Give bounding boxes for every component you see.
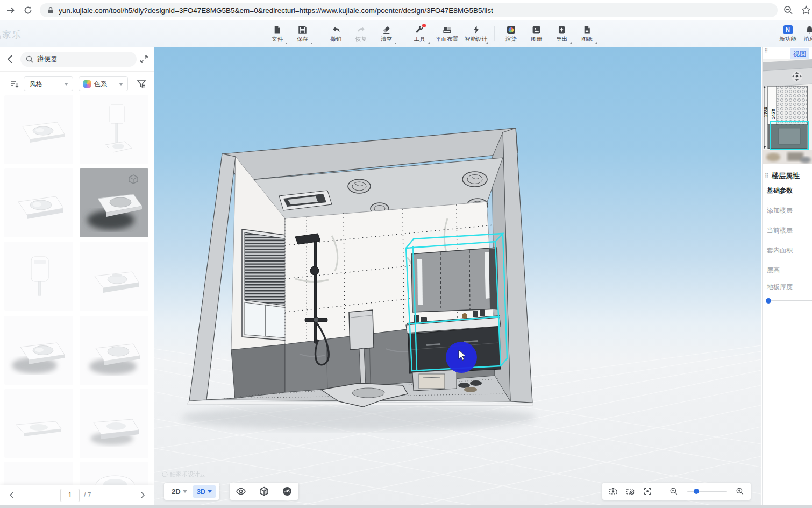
minimap-dimension: 1470 bbox=[771, 109, 776, 119]
smart-design-button[interactable]: 智能设计 bbox=[461, 22, 490, 46]
viewport-3d[interactable]: 酷家乐设计云 2D 3D bbox=[154, 47, 761, 508]
redo-button[interactable]: 恢复 bbox=[348, 22, 374, 46]
floorplan-button[interactable]: 平面布置 bbox=[432, 22, 461, 46]
snapshot-icon[interactable] bbox=[609, 486, 617, 497]
product-thumbnail[interactable] bbox=[80, 389, 148, 458]
orbit-control-icon[interactable] bbox=[792, 71, 802, 82]
browser-bar: yun.kujiale.com/tool/h5/diy?designid=3FO… bbox=[0, 0, 812, 20]
product-thumbnail[interactable] bbox=[4, 95, 73, 164]
padlock-icon bbox=[47, 6, 54, 14]
chevron-down-icon bbox=[119, 83, 123, 86]
drag-handle-icon: ⠿ bbox=[765, 175, 770, 177]
product-thumbnail[interactable] bbox=[80, 242, 148, 311]
product-thumbnail[interactable] bbox=[4, 316, 73, 385]
watermark: 酷家乐设计云 bbox=[162, 470, 205, 478]
chevron-down-icon bbox=[208, 490, 212, 493]
url-bar[interactable]: yun.kujiale.com/tool/h5/diy?designid=3FO… bbox=[40, 3, 778, 17]
search-icon bbox=[26, 55, 33, 63]
eraser-icon bbox=[382, 25, 391, 34]
view-mode-switch: 2D 3D bbox=[164, 483, 219, 500]
reload-icon[interactable] bbox=[23, 5, 33, 16]
undo-button[interactable]: 撤销 bbox=[323, 22, 348, 46]
color-swatch-icon bbox=[83, 80, 91, 88]
view-tab[interactable]: 视图 bbox=[790, 48, 809, 60]
cube-view-icon[interactable] bbox=[259, 486, 269, 497]
clear-button[interactable]: 清空 bbox=[374, 22, 399, 46]
pagination-bar: / 7 bbox=[0, 485, 154, 505]
minimap[interactable]: 1780 1470 bbox=[763, 59, 812, 164]
prop-interior-area[interactable]: 套内面积 bbox=[763, 241, 812, 260]
sort-icon[interactable] bbox=[10, 79, 19, 89]
style-filter-dropdown[interactable]: 风格 bbox=[24, 76, 73, 91]
lightning-icon bbox=[472, 25, 481, 34]
undo-icon bbox=[331, 25, 341, 34]
prop-floor-height[interactable]: 层高 bbox=[763, 260, 812, 280]
prop-current-floor[interactable]: 当前楼层 bbox=[763, 221, 812, 241]
zoom-indicator-icon[interactable] bbox=[783, 5, 794, 16]
prev-page-icon[interactable] bbox=[8, 491, 16, 499]
url-text: yun.kujiale.com/tool/h5/diy?designid=3FO… bbox=[59, 6, 493, 15]
search-input[interactable] bbox=[37, 55, 118, 63]
product-thumbnail[interactable] bbox=[4, 242, 73, 311]
toolbar-center: 文件 保存 撤销 恢复 清空 工具 平面布置 bbox=[265, 20, 600, 47]
tools-button[interactable]: 工具 bbox=[407, 22, 432, 46]
notification-dot bbox=[422, 24, 426, 27]
file-icon bbox=[273, 25, 282, 34]
zoom-slider[interactable] bbox=[687, 491, 727, 492]
zoom-in-icon[interactable] bbox=[736, 486, 744, 497]
forward-icon[interactable] bbox=[5, 5, 16, 16]
slider-handle[interactable] bbox=[766, 298, 771, 304]
render-button[interactable]: 渲染 bbox=[498, 22, 524, 46]
messages-button[interactable]: 消息 bbox=[799, 25, 812, 43]
new-features-button[interactable]: N 新功能 bbox=[777, 25, 799, 43]
page-number-input[interactable] bbox=[60, 489, 80, 502]
color-filter-dropdown[interactable]: 色系 bbox=[79, 76, 128, 91]
back-chevron-icon[interactable] bbox=[6, 54, 14, 64]
floorplan-icon bbox=[443, 25, 452, 34]
product-thumbnail[interactable] bbox=[80, 95, 148, 164]
save-icon bbox=[298, 25, 307, 34]
zoom-out-icon[interactable] bbox=[669, 486, 678, 497]
brand-logo: 酷家乐 bbox=[0, 29, 22, 41]
camera-zoom-bar bbox=[602, 483, 751, 500]
visibility-eye-icon[interactable] bbox=[236, 486, 246, 497]
divider bbox=[661, 486, 661, 497]
next-page-icon[interactable] bbox=[138, 491, 147, 499]
prop-basic-params[interactable]: 基础参数 bbox=[763, 181, 812, 201]
floor-properties-header[interactable]: ⠿ 楼层属性 bbox=[763, 166, 812, 181]
drag-handle-icon[interactable]: ⠿ bbox=[764, 50, 770, 52]
save-button[interactable]: 保存 bbox=[290, 22, 315, 46]
bell-icon bbox=[805, 25, 812, 34]
performance-gauge-icon[interactable] bbox=[282, 486, 293, 497]
bookmark-star-icon[interactable] bbox=[801, 5, 811, 16]
mode-2d-button[interactable]: 2D bbox=[167, 485, 191, 498]
mode-3d-button[interactable]: 3D bbox=[193, 485, 217, 498]
floor-thickness-slider[interactable] bbox=[766, 298, 812, 304]
watermark-icon bbox=[162, 471, 168, 477]
export-icon bbox=[557, 25, 566, 34]
center-focus-icon[interactable] bbox=[643, 486, 652, 497]
search-bar[interactable] bbox=[20, 52, 137, 67]
slider-track bbox=[767, 300, 812, 301]
drawings-button[interactable]: 图纸 bbox=[574, 22, 600, 46]
product-thumbnail[interactable] bbox=[4, 389, 73, 458]
catalog-panel: 风格 色系 / 7 bbox=[0, 47, 154, 508]
product-thumbnail[interactable] bbox=[80, 316, 148, 385]
minimap-dimension: 1780 bbox=[763, 107, 768, 117]
album-button[interactable]: 图册 bbox=[524, 22, 549, 46]
bathroom-model[interactable] bbox=[154, 47, 761, 508]
product-thumbnail[interactable] bbox=[80, 168, 148, 237]
camera-settings-icon[interactable] bbox=[626, 486, 635, 497]
filter-funnel-icon[interactable] bbox=[136, 79, 147, 89]
floor-properties-section: ⠿ 楼层属性 基础参数 添加楼层 当前楼层 套内面积 层高 地板厚度 bbox=[763, 166, 812, 304]
new-features-icon: N bbox=[783, 25, 793, 34]
file-button[interactable]: 文件 bbox=[265, 22, 290, 46]
product-thumbnail[interactable] bbox=[4, 168, 73, 237]
window-bottom-edge bbox=[0, 505, 812, 508]
expand-panel-icon[interactable] bbox=[140, 55, 148, 64]
export-button[interactable]: 导出 bbox=[549, 22, 574, 46]
prop-add-floor[interactable]: 添加楼层 bbox=[763, 201, 812, 221]
display-options-bar bbox=[230, 483, 298, 500]
prop-floor-thickness[interactable]: 地板厚度 bbox=[763, 280, 812, 294]
zoom-slider-handle[interactable] bbox=[694, 489, 699, 494]
